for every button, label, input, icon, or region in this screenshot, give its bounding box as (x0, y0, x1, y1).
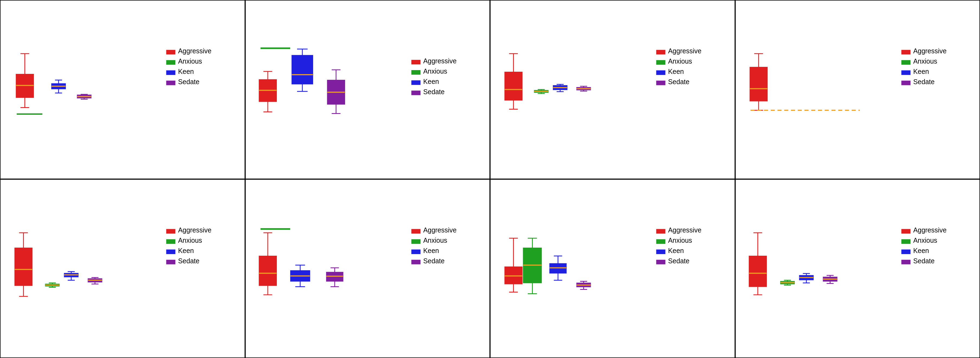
svg-rect-220 (901, 249, 910, 254)
svg-rect-222 (901, 260, 910, 264)
svg-text:Aggressive: Aggressive (668, 47, 701, 55)
svg-text:Aggressive: Aggressive (668, 226, 701, 234)
svg-text:Anxious: Anxious (668, 236, 692, 244)
svg-text:Anxious: Anxious (423, 236, 447, 244)
svg-text:Aggressive: Aggressive (178, 47, 211, 55)
svg-rect-129 (166, 249, 175, 254)
svg-text:Keen: Keen (423, 78, 439, 85)
svg-rect-125 (166, 229, 175, 233)
svg-text:Keen: Keen (913, 247, 929, 254)
svg-rect-152 (411, 229, 420, 233)
svg-rect-131 (166, 260, 175, 264)
svg-rect-95 (901, 60, 910, 65)
svg-rect-84 (656, 81, 665, 85)
svg-text:Sedate: Sedate (178, 257, 199, 265)
svg-rect-103 (14, 248, 32, 285)
chart-grid: AggressiveAnxiousKeenSedateAggressiveAnx… (0, 0, 980, 358)
svg-rect-184 (656, 229, 665, 233)
svg-rect-156 (411, 249, 420, 254)
svg-rect-127 (166, 239, 175, 244)
svg-rect-25 (166, 81, 175, 85)
svg-text:Anxious: Anxious (913, 236, 937, 244)
svg-text:Aggressive: Aggressive (913, 226, 947, 234)
svg-rect-162 (504, 266, 522, 284)
svg-rect-48 (411, 70, 420, 75)
svg-rect-21 (166, 60, 175, 65)
svg-rect-186 (656, 239, 665, 244)
svg-rect-36 (292, 55, 313, 84)
svg-text:Sedate: Sedate (668, 257, 689, 265)
svg-rect-56 (504, 72, 522, 100)
svg-rect-80 (656, 60, 665, 65)
svg-text:Aggressive: Aggressive (423, 57, 457, 65)
svg-text:Aggressive: Aggressive (913, 47, 947, 55)
svg-text:Aggressive: Aggressive (178, 226, 211, 234)
svg-text:Keen: Keen (178, 68, 194, 75)
svg-rect-135 (259, 256, 277, 285)
svg-rect-82 (656, 70, 665, 75)
svg-rect-99 (901, 81, 910, 85)
svg-text:Anxious: Anxious (668, 57, 692, 65)
svg-text:Sedate: Sedate (668, 78, 689, 86)
svg-rect-154 (411, 239, 420, 244)
svg-text:Aggressive: Aggressive (423, 226, 457, 234)
svg-text:Sedate: Sedate (913, 257, 934, 265)
chart-cell-6: AggressiveAnxiousKeenSedate (245, 179, 490, 358)
chart-cell-8: AggressiveAnxiousKeenSedate (735, 179, 980, 358)
svg-text:Anxious: Anxious (913, 57, 937, 65)
svg-rect-19 (166, 50, 175, 54)
chart-cell-3: AggressiveAnxiousKeenSedate (490, 0, 735, 179)
svg-rect-93 (901, 50, 910, 54)
svg-text:Keen: Keen (178, 247, 194, 254)
svg-rect-23 (166, 70, 175, 75)
svg-rect-158 (411, 260, 420, 264)
chart-cell-2: AggressiveAnxiousKeenSedate (245, 0, 490, 179)
chart-cell-4: AggressiveAnxiousKeenSedate (735, 0, 980, 179)
svg-rect-194 (749, 256, 767, 287)
svg-text:Sedate: Sedate (913, 78, 934, 86)
svg-text:Keen: Keen (423, 247, 439, 254)
svg-rect-78 (656, 50, 665, 54)
svg-text:Sedate: Sedate (423, 257, 444, 265)
svg-rect-218 (901, 239, 910, 244)
chart-cell-1: AggressiveAnxiousKeenSedate (0, 0, 245, 179)
svg-rect-50 (411, 80, 420, 85)
svg-rect-52 (411, 91, 420, 95)
svg-text:Anxious: Anxious (178, 236, 202, 244)
chart-cell-7: AggressiveAnxiousKeenSedate (490, 179, 735, 358)
svg-text:Sedate: Sedate (423, 88, 444, 95)
svg-rect-190 (656, 260, 665, 264)
svg-rect-174 (550, 263, 566, 273)
svg-rect-216 (901, 229, 910, 233)
svg-text:Sedate: Sedate (178, 78, 199, 86)
chart-cell-5: AggressiveAnxiousKeenSedate (0, 179, 245, 358)
svg-text:Keen: Keen (668, 68, 684, 75)
svg-text:Anxious: Anxious (423, 67, 447, 75)
svg-rect-97 (901, 70, 910, 75)
svg-rect-88 (750, 67, 767, 101)
svg-text:Anxious: Anxious (178, 57, 202, 65)
svg-text:Keen: Keen (668, 247, 684, 254)
svg-rect-46 (411, 60, 420, 64)
svg-rect-188 (656, 249, 665, 254)
svg-text:Keen: Keen (913, 68, 929, 75)
